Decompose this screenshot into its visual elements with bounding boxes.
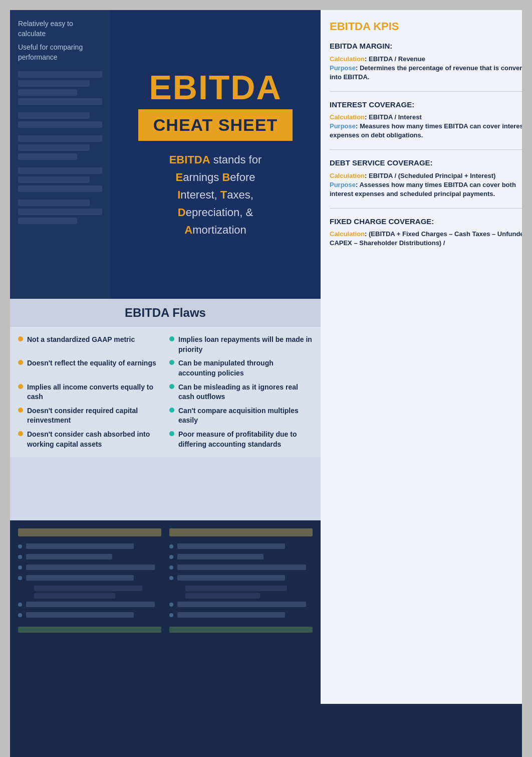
bottom-row-6 <box>18 612 161 618</box>
bottom-sub-2 <box>34 593 115 599</box>
kpi-item-3: 3 DEBT SERVICE COVERAGE: Calculation: EB… <box>330 158 522 198</box>
letter-d: D <box>178 206 186 219</box>
bottom-sub-1 <box>34 586 142 591</box>
kpi-calc-label-1: Calculation <box>330 55 365 63</box>
bottom-text-r3 <box>177 564 306 570</box>
flaw-text-7: Doesn't consider required capital reinve… <box>27 406 161 426</box>
kpi-divider-3 <box>330 208 522 209</box>
bottom-row-4 <box>18 575 161 581</box>
kpi-calc-label-3: Calculation <box>330 172 365 179</box>
bottom-bullet-1 <box>18 544 22 548</box>
word-axes: axes, <box>227 188 253 201</box>
bottom-section <box>10 520 321 704</box>
flaw-text-10: Poor measure of profitability due to dif… <box>178 430 313 449</box>
flaw-text-8: Can't compare acquisition multiples easi… <box>178 406 313 426</box>
bottom-bullet-r5 <box>169 603 173 607</box>
letter-e: E <box>175 171 183 183</box>
kpi-item-1: 1 EBITDA MARGIN: Calculation: EBITDA / R… <box>330 41 522 81</box>
bottom-row-r4 <box>169 575 313 581</box>
bottom-col-left <box>18 528 161 696</box>
flaw-item-4: Can be manipulated through accounting po… <box>169 358 313 378</box>
flaw-text-1: Not a standardized GAAP metric <box>27 335 135 345</box>
bottom-col-right <box>169 528 313 696</box>
bottom-sub-r2 <box>185 593 260 599</box>
kpi-purpose-label-2: Purpose <box>330 122 356 130</box>
kpi-calc-value-3: : EBITDA / (Scheduled Principal + Intere… <box>365 172 495 179</box>
kpi-calc-value-1: : EBITDA / Revenue <box>365 55 425 63</box>
kpi-purpose-label-3: Purpose <box>330 181 356 188</box>
flaw-text-6: Can be misleading as it ignores real cas… <box>178 383 313 402</box>
bottom-bullet-r2 <box>169 555 173 559</box>
pros-item-2: Useful for comparing performance <box>18 43 102 62</box>
bottom-row-r3 <box>169 564 313 570</box>
bottom-row-r5 <box>169 602 313 607</box>
bottom-row-3 <box>18 564 161 570</box>
bottom-text-r5 <box>177 602 306 607</box>
cheat-sheet-banner: CHEAT SHEET <box>138 109 293 141</box>
kpi-purpose-value-1: : Determines the percentage of revenue t… <box>330 64 522 81</box>
kpi-item-4: 4 FIXED CHARGE COVERAGE: Calculation: (E… <box>330 217 522 248</box>
bottom-text-r2 <box>177 554 263 559</box>
page: Relatively easy to calculate Useful for … <box>10 10 522 757</box>
bottom-text-4 <box>26 575 134 581</box>
bottom-bullet-5 <box>18 603 22 607</box>
bottom-bullet-2 <box>18 555 22 559</box>
flaws-header: EBITDA Flaws <box>10 299 321 327</box>
right-panel: EBITDA KPIS 1 EBITDA MARGIN: Calculation… <box>321 10 522 704</box>
flaw-bullet-7 <box>18 408 23 413</box>
word-mortization: mortization <box>192 224 246 236</box>
kpi-purpose-1: Purpose: Determines the percentage of re… <box>330 63 522 81</box>
flaw-bullet-6 <box>169 384 174 389</box>
kpi-calc-label-2: Calculation <box>330 113 365 121</box>
kpi-purpose-3: Purpose: Assesses how many times EBITDA … <box>330 180 522 198</box>
flaws-section: EBITDA Flaws Not a standardized GAAP met… <box>10 299 321 520</box>
flaw-bullet-1 <box>18 336 23 341</box>
flaw-text-2: Implies loan repayments will be made in … <box>178 335 313 354</box>
cheat-sheet-text: CHEAT SHEET <box>153 115 278 135</box>
word-arnings: arnings <box>183 171 222 183</box>
flaw-text-3: Doesn't reflect the equality of earnings <box>27 358 156 368</box>
word-epreciation: epreciation, & <box>186 206 253 219</box>
kpi-calc-label-4: Calculation <box>330 230 365 238</box>
bottom-bullet-6 <box>18 613 22 617</box>
kpi-calc-2: Calculation: EBITDA / Interest <box>330 112 522 121</box>
kpi-purpose-value-2: : Measures how many times EBITDA can cov… <box>330 122 522 139</box>
stands-for-text: EBITDA stands for Earnings Before Intere… <box>169 151 262 239</box>
flaw-bullet-10 <box>169 431 174 436</box>
letter-a: A <box>184 224 192 236</box>
flaw-item-2: Implies loan repayments will be made in … <box>169 335 313 354</box>
bottom-text-r4 <box>177 575 285 581</box>
bottom-sub-r1 <box>185 586 287 591</box>
ebitda-main-title: EBITDA <box>149 70 282 104</box>
word-nterest: nterest, <box>180 188 220 201</box>
flaw-item-5: Implies all income converts equally to c… <box>18 383 161 402</box>
kpi-divider-2 <box>330 149 522 150</box>
ebitda-word: EBITDA <box>169 153 210 166</box>
flaw-bullet-3 <box>18 360 23 365</box>
flaw-item-1: Not a standardized GAAP metric <box>18 335 161 354</box>
bottom-text-r6 <box>177 612 285 618</box>
flaws-grid: Not a standardized GAAP metric Implies l… <box>10 327 321 457</box>
flaws-title: EBITDA Flaws <box>20 306 311 320</box>
letter-b: B <box>222 171 230 183</box>
bottom-col-header-right <box>169 528 313 536</box>
bottom-bullet-r6 <box>169 613 173 617</box>
kpi-name-2: INTEREST COVERAGE: <box>330 100 522 110</box>
bottom-text-2 <box>26 554 112 559</box>
flaw-item-10: Poor measure of profitability due to dif… <box>169 430 313 449</box>
pros-sidebar: Relatively easy to calculate Useful for … <box>10 10 110 299</box>
kpi-calc-value-2: : EBITDA / Interest <box>365 113 422 121</box>
flaw-text-4: Can be manipulated through accounting po… <box>178 358 313 378</box>
flaw-item-8: Can't compare acquisition multiples easi… <box>169 406 313 426</box>
bottom-row-2 <box>18 554 161 559</box>
bottom-footer-right <box>169 627 313 633</box>
kpi-name-1: EBITDA MARGIN: <box>330 41 522 51</box>
kpi-calc-4: Calculation: (EBITDA + Fixed Charges – C… <box>330 229 522 247</box>
flaw-bullet-9 <box>18 431 23 436</box>
bottom-row-1 <box>18 543 161 549</box>
kpi-purpose-label-1: Purpose <box>330 64 356 72</box>
bottom-row-5 <box>18 602 161 607</box>
bottom-text-5 <box>26 602 155 607</box>
bottom-bullet-r1 <box>169 544 173 548</box>
kpi-purpose-value-3: : Assesses how many times EBITDA can cov… <box>330 181 516 198</box>
